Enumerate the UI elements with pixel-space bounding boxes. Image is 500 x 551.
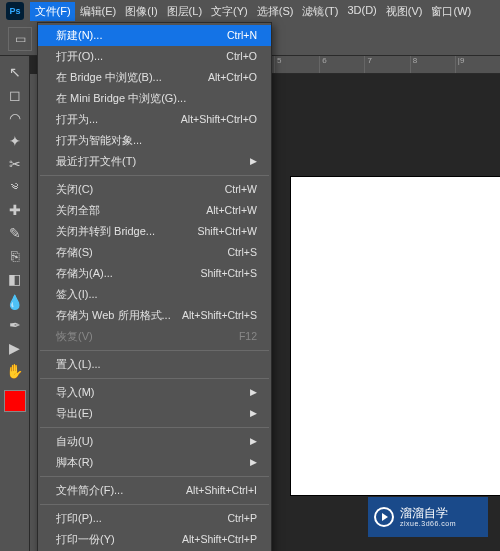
menu-item-打开为智能对象...[interactable]: 打开为智能对象... [38,130,271,151]
eraser-tool[interactable]: ◧ [4,269,26,289]
menu-item-关闭(C)[interactable]: 关闭(C)Ctrl+W [38,179,271,200]
menu-item-导入(M)[interactable]: 导入(M)▶ [38,382,271,403]
watermark-sub: zixue.3d66.com [400,520,456,528]
menu-item-脚本(R)[interactable]: 脚本(R)▶ [38,452,271,473]
menu-文件(F)[interactable]: 文件(F) [30,2,75,21]
menu-item-打印一份(Y)[interactable]: 打印一份(Y)Alt+Shift+Ctrl+P [38,529,271,550]
clone-stamp-tool[interactable]: ⎘ [4,246,26,266]
menu-窗口(W)[interactable]: 窗口(W) [427,2,476,21]
menu-图像(I)[interactable]: 图像(I) [121,2,162,21]
brush-tool[interactable]: ✎ [4,223,26,243]
healing-brush-tool[interactable]: ✚ [4,200,26,220]
magic-wand-tool[interactable]: ✦ [4,131,26,151]
foreground-color-swatch[interactable] [4,390,26,412]
eyedropper-tool[interactable]: ༄ [4,177,26,197]
pen-tool[interactable]: ✒ [4,315,26,335]
menu-item-自动(U)[interactable]: 自动(U)▶ [38,431,271,452]
menu-视图(V)[interactable]: 视图(V) [381,2,427,21]
menu-3D(D)[interactable]: 3D(D) [343,2,381,21]
menu-item-打开为...[interactable]: 打开为...Alt+Shift+Ctrl+O [38,109,271,130]
menu-item-新建(N)...[interactable]: 新建(N)...Ctrl+N [38,25,271,46]
move-tool[interactable]: ↖ [4,62,26,82]
menu-item-最近打开文件(T)[interactable]: 最近打开文件(T)▶ [38,151,271,172]
blur-tool[interactable]: 💧 [4,292,26,312]
hand-tool[interactable]: ✋ [4,361,26,381]
menu-item-置入(L)...[interactable]: 置入(L)... [38,354,271,375]
menu-图层(L)[interactable]: 图层(L) [162,2,206,21]
menu-item-在 Bridge 中浏览(B)...[interactable]: 在 Bridge 中浏览(B)...Alt+Ctrl+O [38,67,271,88]
document-canvas[interactable] [290,176,500,496]
lasso-tool[interactable]: ◠ [4,108,26,128]
menu-item-存储为 Web 所用格式...[interactable]: 存储为 Web 所用格式...Alt+Shift+Ctrl+S [38,305,271,326]
path-selection-tool[interactable]: ▶ [4,338,26,358]
watermark: 溜溜自学 zixue.3d66.com [368,497,488,537]
watermark-title: 溜溜自学 [400,507,456,520]
file-menu-dropdown: 新建(N)...Ctrl+N打开(O)...Ctrl+O在 Bridge 中浏览… [37,22,272,551]
menu-item-存储为(A)...[interactable]: 存储为(A)...Shift+Ctrl+S [38,263,271,284]
menu-item-文件简介(F)...[interactable]: 文件简介(F)...Alt+Shift+Ctrl+I [38,480,271,501]
menu-编辑(E)[interactable]: 编辑(E) [75,2,121,21]
menu-item-打开(O)...[interactable]: 打开(O)...Ctrl+O [38,46,271,67]
menu-item-签入(I)...[interactable]: 签入(I)... [38,284,271,305]
menu-item-恢复(V): 恢复(V)F12 [38,326,271,347]
menu-item-存储(S)[interactable]: 存储(S)Ctrl+S [38,242,271,263]
app-logo: Ps [6,2,24,20]
tools-panel: ↖ ◻ ◠ ✦ ✂ ༄ ✚ ✎ ⎘ ◧ 💧 ✒ ▶ ✋ [0,56,30,551]
menu-item-关闭并转到 Bridge...[interactable]: 关闭并转到 Bridge...Shift+Ctrl+W [38,221,271,242]
menu-item-在 Mini Bridge 中浏览(G)...[interactable]: 在 Mini Bridge 中浏览(G)... [38,88,271,109]
play-icon [374,507,394,527]
crop-tool[interactable]: ✂ [4,154,26,174]
tool-preset-icon[interactable]: ▭ [8,27,32,51]
menubar: Ps 文件(F)编辑(E)图像(I)图层(L)文字(Y)选择(S)滤镜(T)3D… [0,0,500,22]
menu-item-打印(P)...[interactable]: 打印(P)...Ctrl+P [38,508,271,529]
menu-选择(S)[interactable]: 选择(S) [252,2,298,21]
menu-item-关闭全部[interactable]: 关闭全部Alt+Ctrl+W [38,200,271,221]
menu-文字(Y)[interactable]: 文字(Y) [207,2,253,21]
marquee-tool[interactable]: ◻ [4,85,26,105]
menu-item-导出(E)[interactable]: 导出(E)▶ [38,403,271,424]
menu-滤镜(T)[interactable]: 滤镜(T) [298,2,343,21]
